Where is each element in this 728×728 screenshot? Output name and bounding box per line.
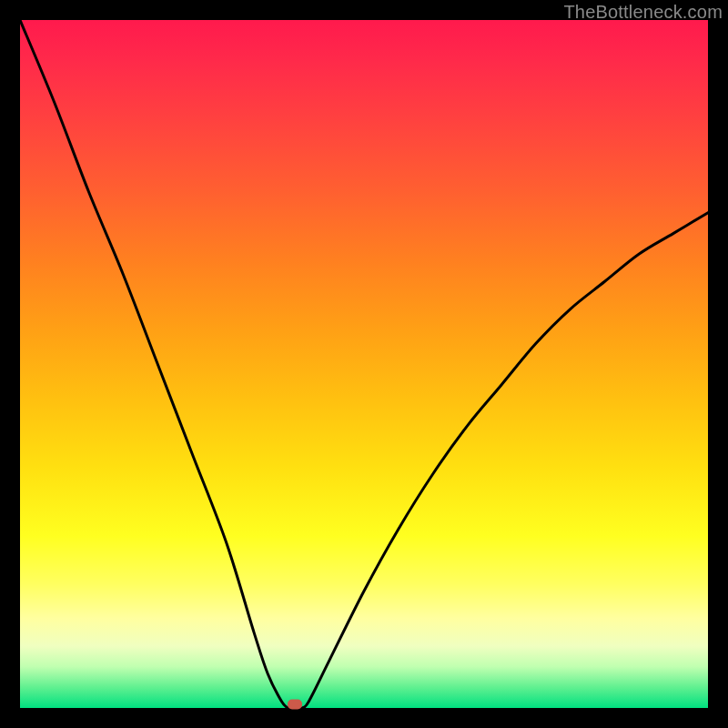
minimum-marker <box>288 700 302 710</box>
bottleneck-curve <box>20 20 708 708</box>
chart-frame <box>20 20 708 708</box>
